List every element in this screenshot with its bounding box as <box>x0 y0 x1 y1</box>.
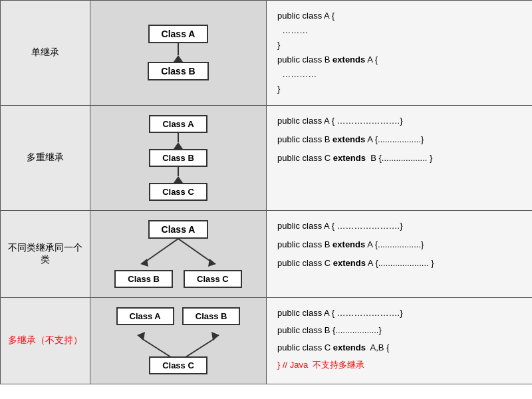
class-box-B-hier: Class B <box>114 270 173 288</box>
diagram-single-container: Class A Class B <box>97 19 259 86</box>
label-multiple: 多继承（不支持） <box>1 297 90 384</box>
code-hierarchical: public class A { ………………….} public class … <box>267 210 533 297</box>
arrow-multi-1 <box>174 133 183 149</box>
code-multiple: public class A { ………………….} public class … <box>267 297 533 384</box>
diagram-hierarchical: Class A Class B Class C <box>90 210 267 297</box>
class-box-B-mult: Class B <box>182 307 241 325</box>
m-code-3: public class C extends A,B { <box>277 340 521 355</box>
label-text-hierarchical: 不同类继承同一个类 <box>8 242 82 265</box>
svg-marker-1 <box>140 259 148 267</box>
m-code-2: public class B {..................} <box>277 323 521 338</box>
arrow-single <box>174 43 183 62</box>
arrow-head-single <box>174 55 183 62</box>
diagram-multiple-container: Class A Class B Class C <box>97 305 259 377</box>
row-multiple-inheritance: 多继承（不支持） Class A Class B <box>1 297 533 384</box>
svg-line-0 <box>145 239 178 262</box>
class-box-A-single: Class A <box>148 25 209 43</box>
class-box-C-hier: Class C <box>184 270 242 288</box>
class-box-A-multi: Class A <box>149 115 207 133</box>
class-box-C-mult: Class C <box>149 356 207 374</box>
row-hierarchical-inheritance: 不同类继承同一个类 Class A Class B Class C <box>1 210 533 297</box>
code-line-5: ………… <box>277 67 521 82</box>
class-box-C-multi: Class C <box>149 183 207 201</box>
diagram-multilevel-container: Class A Class B Class C <box>97 112 259 203</box>
svg-marker-7 <box>211 332 219 340</box>
inheritance-table: 单继承 Class A Class B public class A { ………… <box>0 0 532 384</box>
code-line-3: } <box>277 38 521 53</box>
code-single: public class A { ……… } public class B ex… <box>267 1 533 106</box>
c-row-mult: Class C <box>149 356 207 374</box>
svg-marker-3 <box>208 259 216 267</box>
svg-line-2 <box>178 239 211 262</box>
label-text-multilevel: 多重继承 <box>27 152 64 162</box>
code-line-4: public class B extends A { <box>277 53 521 67</box>
code-line-1: public class A { <box>277 9 521 23</box>
row-single-inheritance: 单继承 Class A Class B public class A { ………… <box>1 1 533 106</box>
class-box-A-mult: Class A <box>116 307 174 325</box>
row-multilevel-inheritance: 多重继承 Class A Class B Class C public clas… <box>1 105 533 210</box>
ml-code-2: public class B extends A {..............… <box>277 132 521 147</box>
diagram-multiple: Class A Class B Class C <box>90 297 267 384</box>
class-box-B-single: Class B <box>148 62 208 80</box>
arrow-multi-2 <box>174 167 183 183</box>
label-single: 单继承 <box>1 1 90 106</box>
ab-row-multi: Class A Class B <box>116 307 241 325</box>
diagram-multilevel: Class A Class B Class C <box>90 105 267 210</box>
label-multilevel: 多重继承 <box>1 105 90 210</box>
m-code-4: } // Java 不支持多继承 <box>277 358 521 372</box>
label-hierarchical: 不同类继承同一个类 <box>1 210 90 297</box>
m-code-1: public class A { ………………….} <box>277 306 521 321</box>
label-text-single: 单继承 <box>31 47 59 57</box>
label-text-multiple: 多继承（不支持） <box>8 334 82 345</box>
code-line-2: ……… <box>277 23 521 38</box>
arrow-line-single <box>178 43 179 55</box>
ml-code-3: public class C extends B {..............… <box>277 151 521 166</box>
diagram-single: Class A Class B <box>90 1 267 106</box>
ml-code-1: public class A { ………………….} <box>277 114 521 128</box>
code-line-6: } <box>277 82 521 96</box>
h-code-2: public class B extends A {..............… <box>277 237 521 252</box>
h-code-1: public class A { ………………….} <box>277 219 521 233</box>
class-box-A-hier: Class A <box>148 220 209 239</box>
bc-row-hier: Class B Class C <box>114 270 241 288</box>
h-code-3: public class C extends A {..............… <box>277 256 521 271</box>
diagram-hierarchical-container: Class A Class B Class C <box>97 217 259 291</box>
code-multilevel: public class A { ………………….} public class … <box>267 105 533 210</box>
class-box-B-multi: Class B <box>149 149 207 167</box>
svg-marker-5 <box>137 332 145 340</box>
